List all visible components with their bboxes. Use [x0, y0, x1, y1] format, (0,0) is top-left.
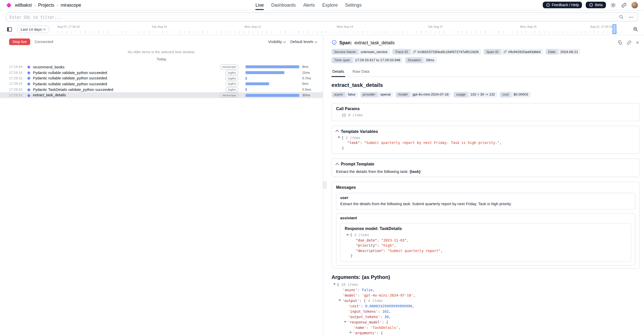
prompt-template-header[interactable]: Prompt Template — [336, 162, 635, 166]
duration-label: 0.7ms — [302, 76, 317, 80]
prompt-template-variable: {task} — [410, 169, 421, 174]
level-diamond-icon — [27, 77, 30, 80]
breadcrumb-item[interactable]: willbakst — [15, 3, 32, 7]
trace-row[interactable]: 17:29:33 Pydantic nullable validate_pyth… — [0, 76, 323, 81]
trace-row[interactable]: 17:29:33 Pydantic nullable validate_pyth… — [0, 70, 323, 76]
day-separator: Today — [0, 57, 323, 61]
response-model-title: Response model: TaskDetails — [345, 226, 627, 231]
timeline-selection[interactable] — [613, 24, 616, 34]
timeline-bar: Last 14 days Aug 07, 17:26:14 Sat, Aug 1… — [0, 24, 644, 35]
nav-item[interactable]: Alerts — [303, 0, 315, 10]
timeline-histogram[interactable]: Aug 07, 17:26:14 Sat, Aug 10 Mon, Aug 12… — [53, 24, 628, 35]
filter-more-button[interactable]: ⋯ — [628, 14, 635, 20]
feedback-help-button[interactable]: Feedback / Help — [543, 2, 582, 8]
feedback-help-label: Feedback / Help — [552, 3, 579, 7]
span-meta-badge: Service Name unknown_service — [332, 49, 390, 55]
duration-label: 30ms — [302, 93, 317, 97]
top-nav: willbakst › Projects › mirascope › — [0, 0, 644, 10]
span-title: extract_task_details — [332, 82, 640, 88]
resize-grip-icon[interactable] — [323, 181, 326, 188]
zoom-in-icon — [633, 26, 638, 32]
badge-value: 2024-08-21 — [558, 49, 581, 55]
search-button[interactable] — [618, 14, 625, 20]
panel-resize-handle[interactable] — [323, 35, 327, 335]
message-role: assistant — [340, 216, 631, 220]
timeline-axis-ticks — [53, 31, 628, 33]
timeline-tick-label: Mon, Aug 19 — [520, 25, 537, 28]
theme-toggle-button[interactable] — [610, 2, 617, 8]
duration-bar — [246, 94, 299, 97]
timeline-tick-label: Sat, Aug 17 — [428, 25, 443, 28]
time-range-button[interactable]: Last 14 days — [17, 25, 49, 33]
empty-window-notice: No older items in the selected time wind… — [0, 50, 323, 54]
trace-row[interactable]: 17:14:43 recommend_books mirascope 9ms — [0, 64, 323, 70]
trace-row[interactable]: 17:29:33 Pydantic TaskDetails validate_p… — [0, 87, 323, 92]
badge-value: false — [345, 92, 358, 98]
sql-filter-input[interactable] — [9, 15, 615, 19]
response-model-box: Response model: TaskDetails { 3 items"du… — [340, 223, 631, 262]
level-diamond-icon — [27, 65, 30, 69]
badge-label: cost — [500, 92, 511, 98]
badge-label: provider — [360, 92, 378, 98]
search-icon — [619, 15, 624, 19]
breadcrumb: willbakst › Projects › mirascope › — [6, 3, 81, 7]
duration-bar-track — [246, 66, 299, 68]
trace-time: 17:29:33 — [9, 93, 25, 97]
breadcrumb-item[interactable]: Projects — [38, 3, 54, 7]
nav-item[interactable]: Dashboards — [271, 0, 296, 10]
python-arguments-code[interactable]: { 10 items'async': False,'model': 'gpt-4… — [332, 282, 640, 335]
breadcrumb-item[interactable]: mirascope — [61, 3, 81, 7]
span-attribute-list: async false provider openai model gpt-4o… — [332, 92, 640, 98]
trace-row[interactable]: 17:29:33 Pydantic nullable validate_pyth… — [0, 81, 323, 87]
badge-label: model — [396, 92, 410, 98]
sidebar-toggle-button[interactable] — [6, 25, 13, 33]
info-icon — [546, 3, 550, 7]
level-diamond-icon — [27, 94, 30, 97]
level-diamond-icon — [27, 82, 30, 86]
levels-dropdown[interactable]: Default levels — [290, 40, 317, 44]
span-meta-list: Service Name unknown_service Trace ID — [332, 49, 641, 63]
span-permalink-button[interactable] — [626, 39, 633, 45]
share-link-button[interactable] — [620, 2, 627, 8]
span-header-label: Span: — [339, 40, 352, 45]
user-message-box: user Extract the details from the follow… — [336, 193, 635, 210]
detail-content: extract_task_details async false provide… — [332, 77, 641, 335]
span-header-name: extract_task_details — [354, 40, 395, 45]
timeline-zoom-button[interactable] — [632, 26, 639, 33]
call-params-json[interactable]: {} 0 items — [336, 112, 635, 118]
badge-value: unknown_service — [358, 49, 390, 55]
badge-value: gpt-4o-mini-2024-07-18 — [410, 92, 451, 98]
nav-item[interactable]: Explore — [322, 0, 338, 10]
message-role: user — [340, 196, 631, 200]
trace-name: extract_task_details — [33, 93, 66, 97]
template-variables-json[interactable]: { 1 items"task": "Submit quarterly repor… — [336, 135, 635, 151]
response-model-json[interactable]: { 3 items"due_date": "2023-11-03","prior… — [345, 233, 627, 258]
nav-item[interactable]: Settings — [345, 0, 362, 10]
visibility-dropdown[interactable]: Visibility — [268, 40, 286, 44]
message-text: Extract the details from the following t… — [340, 202, 631, 206]
close-panel-button[interactable]: × — [635, 39, 640, 45]
span-info-icon — [332, 40, 337, 45]
nav-item[interactable]: Live — [255, 0, 264, 10]
visibility-label: Visibility — [268, 40, 282, 44]
detail-tab[interactable]: Raw Data — [352, 67, 370, 77]
breadcrumb-separator-icon: › — [57, 3, 58, 7]
duration-bar-track — [246, 71, 299, 74]
time-range-label: Last 14 days — [21, 27, 42, 31]
user-avatar[interactable] — [631, 2, 638, 8]
span-meta-badge: Trace ID #c3b5157330ea5c1fd4572747af512d… — [392, 49, 481, 55]
template-variables-header[interactable]: Template Variables — [336, 129, 635, 133]
trace-row[interactable]: 17:29:33 extract_task_details mirascope … — [0, 92, 323, 98]
stop-live-button[interactable]: Stop live — [9, 38, 30, 45]
copy-span-button[interactable] — [617, 39, 624, 45]
detail-tab[interactable]: Details — [332, 67, 345, 77]
attribute-badge: model gpt-4o-mini-2024-07-18 — [396, 92, 451, 98]
prompt-template-card: Prompt Template Extract the details from… — [332, 159, 640, 177]
arguments-title: Arguments: (as Python) — [332, 274, 640, 280]
scope-tag: logfire — [225, 76, 238, 81]
timeline-tick-label: Wed, Aug 14 — [336, 25, 353, 28]
prompt-template-text: Extract the details from the following t… — [336, 169, 635, 174]
beta-button[interactable]: Beta — [586, 2, 606, 8]
duration-bar — [246, 71, 284, 74]
duration-label: 0.5ms — [302, 88, 317, 92]
